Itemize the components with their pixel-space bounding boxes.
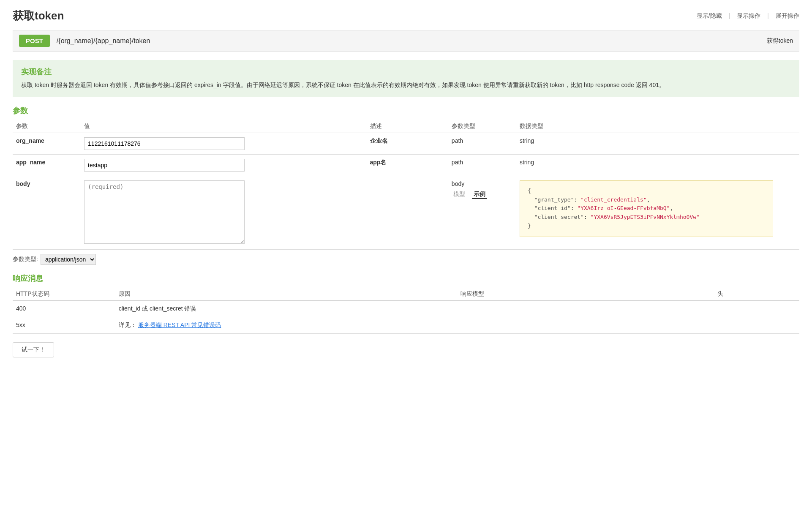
- implementation-note-section: 实现备注 获取 token 时服务器会返回 token 有效期，具体值参考接口返…: [13, 60, 799, 97]
- param-name-body: body: [13, 176, 81, 249]
- param-desc-app: app名: [367, 154, 448, 176]
- param-value-cell-org: [81, 133, 367, 154]
- json-line-2: "grant_type": "client_credentials",: [528, 196, 765, 204]
- implementation-note-desc: 获取 token 时服务器会返回 token 有效期，具体值参考接口返回的 ex…: [21, 80, 791, 90]
- col-header-desc: 描述: [367, 120, 448, 133]
- param-desc-org: 企业名: [367, 133, 448, 154]
- resp-col-header-model: 响应模型: [457, 288, 714, 301]
- resp-col-header-reason: 原因: [115, 288, 458, 301]
- resp-reason-5xx: 详见： 服务器端 REST API 常见错误码: [115, 317, 458, 333]
- endpoint-path: /{org_name}/{app_name}/token: [57, 37, 150, 45]
- resp-reason-5xx-link[interactable]: 服务器端 REST API 常见错误码: [138, 322, 221, 328]
- json-line-1: {: [528, 187, 765, 196]
- response-section: 响应消息 HTTP状态码 原因 响应模型 头 400 client_id 或 c…: [13, 273, 799, 334]
- content-type-row: 参数类型: application/json application/xml t…: [13, 254, 799, 265]
- page-wrapper: 获取token 显示/隐藏 显示操作 展开操作 POST /{org_name}…: [0, 0, 812, 366]
- header-actions: 显示/隐藏 显示操作 展开操作: [697, 12, 799, 20]
- params-title: 参数: [13, 106, 799, 116]
- json-line-3: "client_id": "YXA6Irz_oI-GEead-FFvbfaMbQ…: [528, 204, 765, 213]
- param-datatype-org: string: [516, 133, 799, 154]
- try-button[interactable]: 试一下！: [13, 342, 54, 357]
- resp-reason-5xx-prefix: 详见：: [119, 322, 136, 328]
- param-row-body: body body 模型 示例: [13, 176, 799, 249]
- params-table: 参数 值 描述 参数类型 数据类型 org_name 企业名 path stri…: [13, 120, 799, 250]
- toggle-display-action[interactable]: 显示/隐藏: [697, 12, 722, 20]
- param-name-app: app_name: [13, 154, 81, 176]
- body-textarea[interactable]: [84, 180, 245, 244]
- content-type-label: 参数类型:: [13, 256, 38, 263]
- method-badge: POST: [19, 35, 50, 47]
- param-type-app: path: [448, 154, 516, 176]
- param-datatype-body-cell: { "grant_type": "client_credentials", "c…: [516, 176, 799, 249]
- resp-model-400: [457, 300, 714, 317]
- resp-head-400: [714, 300, 799, 317]
- param-row-org-name: org_name 企业名 path string: [13, 133, 799, 154]
- implementation-note-title: 实现备注: [21, 67, 791, 77]
- resp-reason-400: client_id 或 client_secret 错误: [115, 300, 458, 317]
- param-datatype-app: string: [516, 154, 799, 176]
- json-example-box: { "grant_type": "client_credentials", "c…: [520, 180, 773, 237]
- resp-status-5xx: 5xx: [13, 317, 115, 333]
- body-model-tabs: 模型 示例: [452, 191, 513, 198]
- content-type-select[interactable]: application/json application/xml text/pl…: [41, 254, 96, 265]
- resp-status-400: 400: [13, 300, 115, 317]
- endpoint-label: 获得token: [767, 37, 793, 45]
- response-header-row: HTTP状态码 原因 响应模型 头: [13, 288, 799, 301]
- col-header-paramtype: 参数类型: [448, 120, 516, 133]
- app-name-input[interactable]: [84, 159, 245, 172]
- param-row-app-name: app_name app名 path string: [13, 154, 799, 176]
- model-tab-model[interactable]: 模型: [452, 190, 467, 198]
- body-param-type-label: body: [452, 180, 513, 187]
- col-header-value: 值: [81, 120, 367, 133]
- params-header-row: 参数 值 描述 参数类型 数据类型: [13, 120, 799, 133]
- response-table: HTTP状态码 原因 响应模型 头 400 client_id 或 client…: [13, 288, 799, 334]
- params-section: 参数 参数 值 描述 参数类型 数据类型 org_name 企业名: [13, 106, 799, 265]
- response-row-5xx: 5xx 详见： 服务器端 REST API 常见错误码: [13, 317, 799, 333]
- endpoint-bar: POST /{org_name}/{app_name}/token 获得toke…: [13, 30, 799, 52]
- resp-col-header-head: 头: [714, 288, 799, 301]
- response-row-400: 400 client_id 或 client_secret 错误: [13, 300, 799, 317]
- expand-ops-action[interactable]: 展开操作: [767, 12, 799, 20]
- page-title: 获取token: [13, 8, 64, 23]
- param-value-cell-body: [81, 176, 367, 249]
- col-header-datatype: 数据类型: [516, 120, 799, 133]
- param-desc-body: [367, 176, 448, 249]
- json-line-5: }: [528, 222, 765, 231]
- param-value-cell-app: [81, 154, 367, 176]
- org-name-input[interactable]: [84, 137, 245, 150]
- col-header-param: 参数: [13, 120, 81, 133]
- json-line-4: "client_secret": "YXA6VsR5JypETS3iPFvNNx…: [528, 213, 765, 222]
- resp-col-header-status: HTTP状态码: [13, 288, 115, 301]
- resp-model-5xx: [457, 317, 714, 333]
- endpoint-left: POST /{org_name}/{app_name}/token: [19, 35, 150, 47]
- show-ops-action[interactable]: 显示操作: [729, 12, 761, 20]
- resp-head-5xx: [714, 317, 799, 333]
- param-name-org: org_name: [13, 133, 81, 154]
- param-type-body: body 模型 示例: [448, 176, 516, 249]
- model-tab-example[interactable]: 示例: [472, 190, 487, 199]
- response-title: 响应消息: [13, 273, 799, 283]
- page-header: 获取token 显示/隐藏 显示操作 展开操作: [13, 8, 799, 23]
- param-type-org: path: [448, 133, 516, 154]
